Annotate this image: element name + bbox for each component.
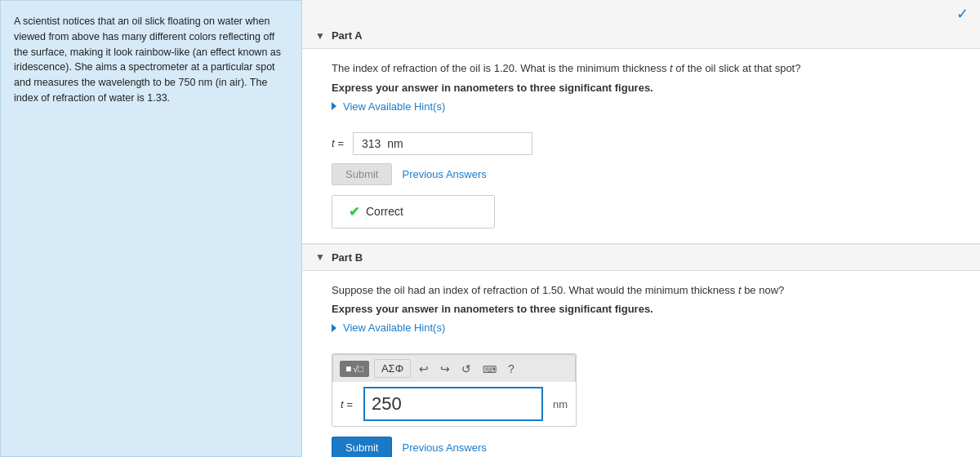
part-b-content: Suppose the oil had an index of refracti… xyxy=(302,271,980,458)
part-a-header[interactable]: ▼ Part A xyxy=(302,23,980,49)
part-b-answer-label: t = xyxy=(341,398,357,410)
problem-text: A scientist notices that an oil slick fl… xyxy=(14,16,281,104)
redo-button[interactable]: ↪ xyxy=(437,361,453,377)
symbol-label: ΑΣΦ xyxy=(381,362,403,375)
part-b-answer-input[interactable] xyxy=(363,387,543,421)
part-a-previous-answers-link[interactable]: Previous Answers xyxy=(402,168,486,180)
correct-check-icon: ✔ xyxy=(349,204,359,220)
part-a-hint-link[interactable]: View Available Hint(s) xyxy=(332,100,445,113)
collapse-arrow-a[interactable]: ▼ xyxy=(315,30,325,42)
hint-arrow-icon xyxy=(332,102,336,110)
part-b-answer-inner: t = nm xyxy=(332,382,576,426)
part-a-hint-row[interactable]: View Available Hint(s) xyxy=(332,100,960,122)
part-b-unit: nm xyxy=(553,398,568,410)
part-a-content: The index of refraction of the oil is 1.… xyxy=(302,49,980,243)
part-b-submit-button[interactable]: Submit xyxy=(332,437,392,457)
part-a-question: The index of refraction of the oil is 1.… xyxy=(332,60,960,77)
keyboard-icon: ⌨ xyxy=(483,364,497,375)
completion-checkmark: ✓ xyxy=(302,0,980,23)
part-b-answer-box-wrapper: ■ √□ ΑΣΦ ↩ ↪ ↺ ⌨ xyxy=(332,353,577,427)
part-b-label: Part B xyxy=(332,251,363,264)
help-button[interactable]: ? xyxy=(505,361,518,377)
part-a-correct-box: ✔ Correct xyxy=(332,195,495,228)
sqrt-icon: √□ xyxy=(353,364,363,374)
keyboard-button[interactable]: ⌨ xyxy=(479,361,500,377)
matrix-button[interactable]: ■ √□ xyxy=(340,361,369,377)
math-toolbar: ■ √□ ΑΣΦ ↩ ↪ ↺ ⌨ xyxy=(332,354,576,382)
refresh-button[interactable]: ↺ xyxy=(458,361,474,377)
redo-icon: ↪ xyxy=(440,362,450,375)
check-icon: ✓ xyxy=(956,6,969,22)
undo-button[interactable]: ↩ xyxy=(416,361,432,377)
refresh-icon: ↺ xyxy=(461,362,471,375)
help-icon: ? xyxy=(508,362,514,375)
part-b-hint-link[interactable]: View Available Hint(s) xyxy=(332,322,445,334)
part-b-hint-row[interactable]: View Available Hint(s) xyxy=(332,322,960,344)
undo-icon: ↩ xyxy=(419,362,429,375)
part-a-hint-label: View Available Hint(s) xyxy=(343,100,445,113)
part-b-hint-label: View Available Hint(s) xyxy=(343,322,445,334)
part-a-answer-input[interactable] xyxy=(353,132,532,155)
part-b-question: Suppose the oil had an index of refracti… xyxy=(332,282,960,299)
symbol-button[interactable]: ΑΣΦ xyxy=(374,359,411,378)
part-a-label: Part A xyxy=(332,29,363,42)
part-a-instruction: Express your answer in nanometers to thr… xyxy=(332,82,960,94)
part-b-previous-answers-link[interactable]: Previous Answers xyxy=(402,441,486,454)
part-a-submit-row: Submit Previous Answers xyxy=(332,163,960,185)
collapse-arrow-b[interactable]: ▼ xyxy=(315,251,325,263)
part-b-header[interactable]: ▼ Part B xyxy=(302,245,980,271)
part-a-answer-row: t = xyxy=(332,132,960,155)
problem-description: A scientist notices that an oil slick fl… xyxy=(0,0,302,457)
part-a-submit-button[interactable]: Submit xyxy=(332,163,392,185)
part-b-submit-row: Submit Previous Answers xyxy=(332,437,960,457)
part-b-instruction: Express your answer in nanometers to thr… xyxy=(332,303,960,315)
correct-label: Correct xyxy=(366,205,403,218)
matrix-icon: ■ xyxy=(345,363,351,375)
hint-arrow-b-icon xyxy=(332,324,336,332)
right-panel: ✓ ▼ Part A The index of refraction of th… xyxy=(302,0,980,457)
part-a-answer-label: t = xyxy=(332,137,348,149)
part-b-wrapper: ▼ Part B Suppose the oil had an index of… xyxy=(302,243,980,458)
